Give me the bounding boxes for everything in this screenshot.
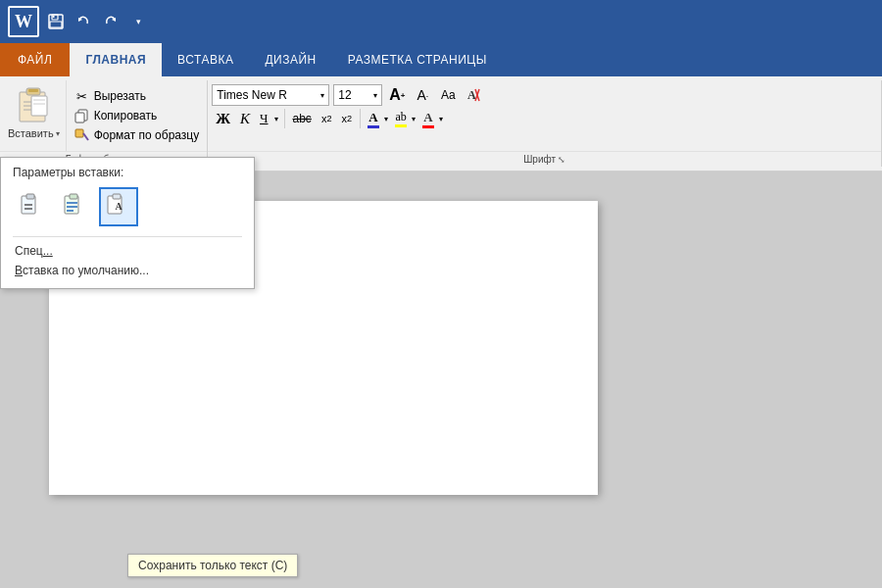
format-painter-button[interactable]: Формат по образцу xyxy=(71,125,204,145)
tab-home[interactable]: ГЛАВНАЯ xyxy=(70,43,162,76)
paste-dropdown-arrow: ▾ xyxy=(56,129,60,138)
paste-default-item[interactable]: Вставка по умолчанию... xyxy=(13,261,242,280)
font-size-select[interactable]: 12 ▾ xyxy=(333,84,382,106)
ribbon: Вставить ▾ ✂ Вырезать Ко xyxy=(0,76,882,172)
paste-button[interactable]: Вставить ▾ xyxy=(0,80,67,151)
underline-button[interactable]: Ч xyxy=(256,108,271,129)
paste-group: Вставить ▾ ✂ Вырезать Ко xyxy=(0,80,208,167)
svg-rect-2 xyxy=(50,22,62,27)
copy-label: Копировать xyxy=(94,109,158,122)
paste-label: Вставить xyxy=(8,127,54,139)
font-name-row: Times New R ▾ 12 ▾ A+ A- Aa A xyxy=(212,84,877,106)
tooltip: Сохранить только текст (С) xyxy=(127,554,298,577)
superscript-button[interactable]: x2 xyxy=(337,108,356,129)
format-divider1 xyxy=(284,109,285,128)
svg-rect-20 xyxy=(26,194,34,199)
scissors-icon: ✂ xyxy=(74,88,90,104)
font-group-expand[interactable]: ⤡ xyxy=(558,155,565,165)
font-case-button[interactable]: Aa xyxy=(437,84,459,106)
font-group-label-row: Шрифт ⤡ xyxy=(208,151,881,167)
svg-rect-3 xyxy=(53,16,55,18)
svg-rect-16 xyxy=(75,113,84,122)
paste-option-text-only[interactable]: A xyxy=(99,187,138,226)
tab-design[interactable]: ДИЗАЙН xyxy=(249,43,331,76)
svg-rect-8 xyxy=(28,89,38,92)
paste-dropdown-panel: Параметры вставки: xyxy=(0,157,255,289)
underline-group: Ч ▾ xyxy=(256,108,279,129)
font-color-red-bar xyxy=(422,125,434,128)
font-color-red-arrow[interactable]: ▾ xyxy=(437,108,445,129)
paste-option-keep-source[interactable] xyxy=(13,187,52,226)
italic-button[interactable]: К xyxy=(236,108,254,129)
paste-special-item[interactable]: Спец... xyxy=(13,241,242,261)
cut-label: Вырезать xyxy=(94,89,146,103)
tab-layout[interactable]: РАЗМЕТКА СТРАНИЦЫ xyxy=(332,43,503,76)
paste-option-merge[interactable] xyxy=(56,187,95,226)
font-color-bar xyxy=(368,125,379,128)
paste-default-label: Вставка по умолчанию... xyxy=(15,264,149,277)
paste-special-label: Спец... xyxy=(15,244,53,258)
font-color-arrow[interactable]: ▾ xyxy=(382,108,390,129)
paste-dropdown-title: Параметры вставки: xyxy=(13,166,242,179)
font-color-group: A ▾ xyxy=(365,108,390,129)
font-shrink-button[interactable]: A- xyxy=(412,84,433,106)
highlight-color-bar xyxy=(395,124,407,127)
highlight-button[interactable]: ab xyxy=(392,108,410,129)
font-color-red-button-group: A ▾ xyxy=(419,108,445,129)
customize-qat-button[interactable]: ▾ xyxy=(127,12,149,31)
paste-separator xyxy=(13,236,242,237)
format-divider2 xyxy=(360,109,361,128)
highlight-label: ab xyxy=(395,110,406,124)
redo-button[interactable] xyxy=(100,12,122,31)
clipboard-buttons: ✂ Вырезать Копировать xyxy=(67,80,208,151)
copy-icon xyxy=(74,108,90,123)
svg-rect-29 xyxy=(113,194,121,199)
bold-button[interactable]: Ж xyxy=(212,108,234,129)
svg-rect-24 xyxy=(70,194,77,199)
svg-rect-12 xyxy=(31,96,47,116)
format-painter-label: Формат по образцу xyxy=(94,128,200,142)
title-bar: W ▾ xyxy=(0,0,882,43)
font-name-arrow: ▾ xyxy=(320,91,324,100)
format-row: Ж К Ч ▾ abc x2 x2 A xyxy=(212,108,877,129)
highlight-group: ab ▾ xyxy=(392,108,417,129)
strikethrough-button[interactable]: abc xyxy=(289,108,316,129)
paste-options: A xyxy=(13,187,242,226)
undo-button[interactable] xyxy=(73,12,94,31)
subscript-button[interactable]: x2 xyxy=(318,108,336,129)
font-color-red-button[interactable]: A xyxy=(419,108,437,129)
font-color-red-label: A xyxy=(423,110,432,125)
svg-line-18 xyxy=(83,133,88,140)
font-color-button-group: A ▾ xyxy=(365,108,390,129)
font-name-value: Times New R xyxy=(217,88,287,102)
highlight-button-group: ab ▾ xyxy=(392,108,417,129)
highlight-arrow[interactable]: ▾ xyxy=(410,108,417,129)
clear-format-button[interactable]: A xyxy=(463,84,484,106)
font-size-value: 12 xyxy=(338,88,351,102)
font-color-red-group: A ▾ xyxy=(419,108,445,129)
font-group: Times New R ▾ 12 ▾ A+ A- Aa A xyxy=(208,80,882,167)
underline-arrow-button[interactable]: ▾ xyxy=(272,108,280,129)
svg-rect-17 xyxy=(75,129,83,137)
font-color-button[interactable]: A xyxy=(365,108,382,129)
font-name-select[interactable]: Times New R ▾ xyxy=(212,84,329,106)
font-grow-button[interactable]: A+ xyxy=(386,84,408,106)
tab-file[interactable]: ФАЙЛ xyxy=(0,43,70,76)
save-button[interactable] xyxy=(45,12,67,31)
font-color-label: A xyxy=(368,110,377,125)
cut-button[interactable]: ✂ Вырезать xyxy=(71,86,204,106)
word-logo: W xyxy=(8,6,39,37)
format-painter-icon xyxy=(74,127,90,143)
ribbon-tabs: ФАЙЛ ГЛАВНАЯ ВСТАВКА ДИЗАЙН РАЗМЕТКА СТР… xyxy=(0,43,882,76)
font-size-arrow: ▾ xyxy=(373,91,377,100)
tab-insert[interactable]: ВСТАВКА xyxy=(162,43,249,76)
copy-button[interactable]: Копировать xyxy=(71,106,204,125)
font-group-label: Шрифт xyxy=(523,154,556,165)
svg-text:A: A xyxy=(115,201,122,212)
